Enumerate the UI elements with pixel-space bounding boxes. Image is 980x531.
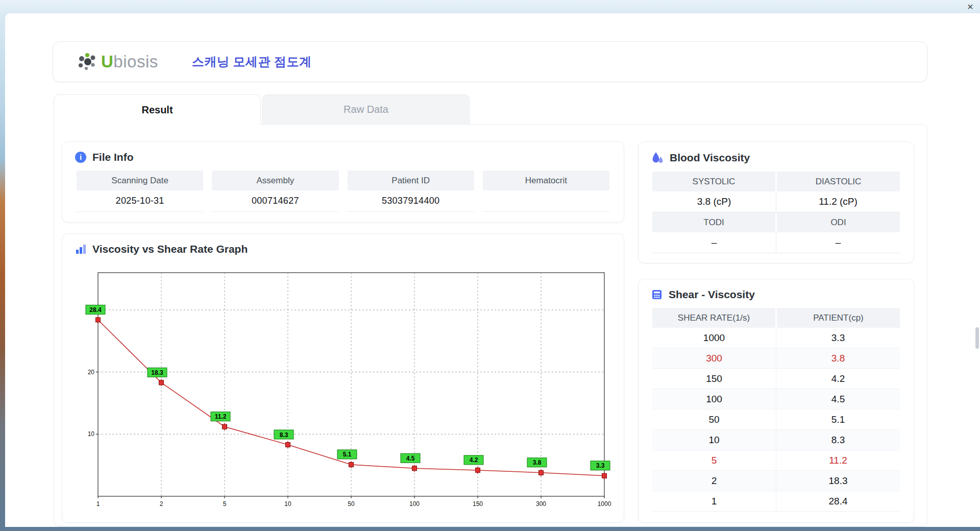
file-info-header: i File Info [62, 142, 624, 168]
todi-value: – [652, 232, 776, 253]
odi-value: – [776, 232, 900, 253]
shear-rate-cell: 150 [652, 369, 776, 389]
diastolic-label: DIASTOLIC [777, 172, 900, 191]
field-value: 53037914400 [348, 190, 474, 212]
header-card: Ubiosis 스캐닝 모세관 점도계 [53, 41, 927, 82]
field-label: Patient ID [348, 171, 474, 190]
shear-rate-cell: 5 [652, 450, 776, 470]
shear-table-row: 128.4 [652, 491, 900, 512]
patient-viscosity-cell: 8.3 [776, 430, 900, 450]
shear-viscosity-header: Shear - Viscosity [639, 279, 914, 306]
vertical-scrollbar-thumb[interactable] [975, 327, 979, 349]
systolic-value: 3.8 (cP) [652, 191, 776, 212]
svg-text:4.5: 4.5 [406, 455, 415, 462]
shear-table-row: 1504.2 [652, 369, 900, 389]
droplet-icon [651, 151, 664, 164]
svg-text:20: 20 [88, 369, 95, 376]
shear-table-row: 505.1 [652, 409, 900, 430]
shear-table-row: 108.3 [652, 430, 900, 450]
field-label: Hematocrit [483, 171, 609, 190]
viscosity-chart-svg: 1251050100150300100010203028.418.311.28.… [85, 270, 616, 518]
tab-raw-data[interactable]: Raw Data [262, 94, 470, 124]
bar-chart-icon [75, 243, 87, 255]
shear-table-header: SHEAR RATE(1/s) PATIENT(cp) [652, 308, 900, 328]
blood-viscosity-table: SYSTOLIC DIASTOLIC 3.8 (cP) 11.2 (cP) TO… [652, 172, 900, 253]
patient-viscosity-cell: 11.2 [776, 450, 900, 470]
ubiosis-logo: Ubiosis [76, 52, 158, 72]
shear-rate-cell: 1 [652, 491, 776, 511]
patient-viscosity-cell: 3.3 [776, 328, 900, 348]
svg-text:10: 10 [284, 500, 291, 508]
shear-rate-cell: 1000 [652, 328, 776, 348]
file-info-title: File Info [92, 151, 134, 163]
todi-label: TODI [652, 212, 775, 232]
field-hematocrit: Hematocrit [483, 171, 609, 212]
shear-viscosity-title: Shear - Viscosity [669, 288, 755, 301]
graph-title: Viscosity vs Shear Rate Graph [92, 243, 248, 255]
svg-text:i: i [80, 153, 82, 161]
shear-viscosity-card: Shear - Viscosity SHEAR RATE(1/s) PATIEN… [638, 279, 914, 523]
shear-table-row: 1004.5 [652, 389, 900, 409]
shear-table-body: 10003.33003.81504.21004.5505.1108.3511.2… [652, 328, 900, 512]
blood-viscosity-title: Blood Viscosity [670, 152, 750, 164]
close-button[interactable]: × [967, 1, 973, 12]
svg-text:3.8: 3.8 [533, 459, 542, 466]
svg-text:100: 100 [409, 500, 420, 508]
field-scanning-date: Scanning Date 2025-10-31 [77, 171, 203, 212]
shear-table-row: 3003.8 [652, 348, 900, 369]
shear-rate-cell: 2 [652, 471, 776, 491]
bv-value-row-1: 3.8 (cP) 11.2 (cP) [652, 191, 900, 212]
graph-header: Viscosity vs Shear Rate Graph [62, 234, 624, 260]
blood-viscosity-header: Blood Viscosity [639, 142, 914, 170]
content-panel: i File Info Scanning Date 2025-10-31 Ass… [54, 124, 927, 527]
svg-text:50: 50 [348, 500, 355, 508]
svg-text:5: 5 [223, 500, 227, 508]
app-title: 스캐닝 모세관 점도계 [192, 54, 312, 70]
shear-rate-column-header: SHEAR RATE(1/s) [652, 308, 775, 328]
field-assembly: Assembly 000714627 [212, 171, 338, 212]
svg-text:2: 2 [160, 500, 163, 508]
svg-text:10: 10 [88, 430, 95, 438]
svg-text:1000: 1000 [598, 500, 611, 508]
file-info-fields: Scanning Date 2025-10-31 Assembly 000714… [62, 168, 624, 212]
patient-viscosity-cell: 28.4 [776, 491, 900, 511]
info-icon: i [75, 151, 87, 163]
svg-text:150: 150 [473, 500, 483, 508]
main-window: Ubiosis 스캐닝 모세관 점도계 Result Raw Data i Fi… [5, 13, 980, 527]
shear-table-row: 218.3 [652, 471, 900, 491]
systolic-label: SYSTOLIC [652, 172, 775, 191]
field-value: 2025-10-31 [77, 190, 203, 212]
file-info-card: i File Info Scanning Date 2025-10-31 Ass… [62, 141, 624, 223]
odi-label: ODI [777, 212, 900, 232]
tab-bar: Result Raw Data [54, 94, 470, 125]
svg-text:1: 1 [96, 500, 100, 508]
diastolic-value: 11.2 (cP) [776, 191, 900, 212]
svg-text:8.3: 8.3 [280, 431, 288, 439]
svg-text:300: 300 [536, 500, 546, 508]
shear-rate-cell: 300 [652, 348, 776, 368]
tab-result[interactable]: Result [54, 94, 261, 125]
patient-viscosity-cell: 4.2 [776, 369, 900, 389]
field-patient-id: Patient ID 53037914400 [348, 171, 474, 212]
field-value [483, 190, 609, 212]
bv-value-row-2: – – [652, 232, 900, 253]
bv-header-row-1: SYSTOLIC DIASTOLIC [652, 172, 900, 191]
svg-text:4.2: 4.2 [470, 456, 478, 464]
field-value: 000714627 [212, 190, 338, 212]
svg-text:11.2: 11.2 [215, 413, 227, 420]
field-label: Assembly [212, 171, 338, 190]
logo-letter-u: U [101, 52, 113, 71]
patient-viscosity-cell: 5.1 [776, 409, 900, 429]
table-grid-icon [651, 288, 663, 301]
ubiosis-logo-text: Ubiosis [101, 52, 158, 71]
viscosity-chart: 1251050100150300100010203028.418.311.28.… [85, 270, 616, 518]
svg-text:28.4: 28.4 [89, 306, 102, 313]
shear-rate-cell: 100 [652, 389, 776, 409]
bv-header-row-2: TODI ODI [652, 212, 900, 232]
shear-rate-cell: 50 [652, 409, 776, 429]
shear-rate-cell: 10 [652, 430, 776, 450]
patient-viscosity-cell: 3.8 [776, 348, 900, 368]
patient-viscosity-cell: 18.3 [776, 471, 900, 491]
logo-word-rest: biosis [113, 52, 158, 71]
patient-viscosity-cell: 4.5 [776, 389, 900, 409]
